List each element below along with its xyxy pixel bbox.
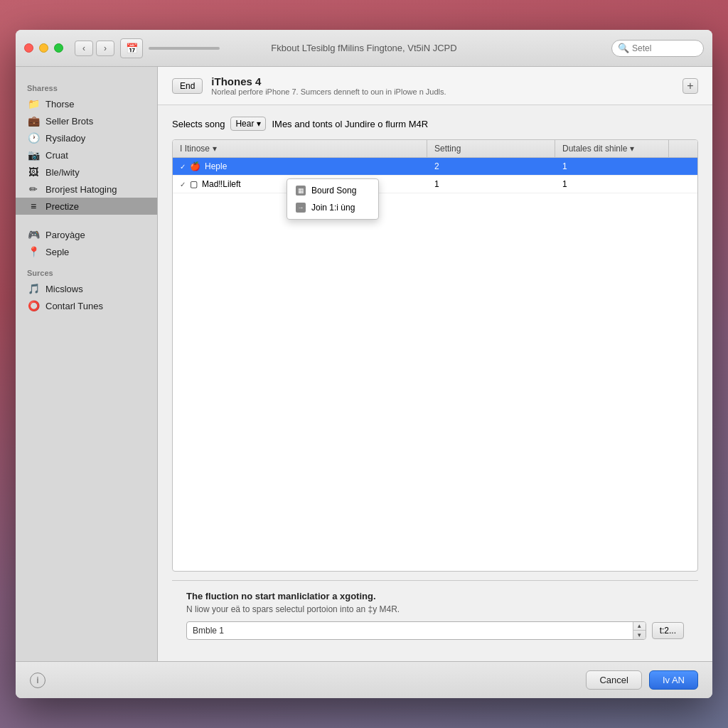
clock-icon: 🕐	[27, 132, 40, 144]
sidebar-item-label: Prectize	[46, 201, 79, 212]
sidebar-section-empty	[16, 220, 157, 226]
window-footer: i Cancel Iv AN	[16, 661, 712, 698]
context-menu-dropdown: ▦ Bourd Song → Join 1:i ùng	[287, 178, 379, 220]
sidebar-item-paroyage[interactable]: 🎮 Paroyàge	[16, 226, 157, 243]
back-button[interactable]: ‹	[75, 41, 93, 56]
table-header-itinose: I Itinose ▾	[173, 140, 427, 157]
selects-row: Selects song Hear ▾ IMes and tonts ol Ju…	[172, 117, 698, 131]
itinose-label: I Itinose	[180, 144, 210, 154]
slider-area	[149, 47, 220, 50]
table-cell-spacer	[669, 158, 697, 175]
sidebar-item-label: Micslows	[46, 284, 83, 294]
hear-label: Hear	[235, 119, 254, 129]
dropdown-item-join[interactable]: → Join 1:i ùng	[287, 199, 378, 216]
sidebar-item-label: Thorse	[46, 99, 74, 109]
sidebar-item-brorjest[interactable]: ✏ Brorjest Hatoging	[16, 181, 157, 198]
nav-buttons: ‹ ›	[75, 41, 114, 56]
sidebar-item-rysiladoy[interactable]: 🕐 Rysiladoy	[16, 129, 157, 146]
stepper-value: Bmble 1	[187, 623, 633, 638]
selects-label: Selects song	[172, 119, 225, 129]
sidebar-item-seller-brots[interactable]: 💼 Seller Brots	[16, 112, 157, 129]
eject-button[interactable]: End	[172, 78, 203, 94]
slider-track[interactable]	[149, 47, 220, 50]
sidebar-item-label: Contarl Tunes	[46, 301, 103, 311]
table-cell-spacer	[669, 176, 697, 193]
sidebar-item-label: Seller Brots	[46, 116, 93, 127]
search-input[interactable]	[632, 43, 697, 53]
forward-button[interactable]: ›	[96, 41, 114, 56]
dropdown-item-label: Bourd Song	[311, 186, 356, 196]
dropdown-arrow-icon: ▾	[257, 119, 261, 129]
sidebar-item-label: Brorjest Hatoging	[46, 184, 117, 195]
description-text: IMes and tonts ol Jundire o flurm M4R	[272, 119, 428, 129]
minimize-button[interactable]	[39, 43, 48, 53]
image-icon: 🖼	[27, 166, 40, 178]
arrow-icon: →	[296, 203, 306, 213]
ok-button[interactable]: Iv AN	[649, 670, 698, 690]
hear-dropdown[interactable]: Hear ▾	[230, 117, 266, 131]
table-header: I Itinose ▾ Setting Dutales dit shinle ▾	[173, 140, 697, 158]
sidebar-item-prectize[interactable]: ≡ Prectize	[16, 198, 157, 215]
sidebar-section-surces: Surces	[16, 266, 157, 280]
sidebar-item-contarl-tunes[interactable]: ⭕ Contarl Tunes	[16, 297, 157, 314]
sidebar-item-label: Paroyàge	[46, 230, 85, 240]
list-icon: ≡	[27, 200, 40, 212]
gamepad-icon: 🎮	[27, 229, 40, 240]
bottom-section: The fluction no start manliclatior a xgo…	[172, 580, 698, 650]
sidebar-item-cruat[interactable]: 📷 Cruat	[16, 146, 157, 164]
footer-actions: Cancel Iv AN	[586, 670, 698, 690]
device-header: End iThones 4 Norleal perfore iPhone 7. …	[158, 67, 712, 105]
circle-icon: ⭕	[27, 300, 40, 311]
pin-icon: 📍	[27, 246, 40, 257]
table-cell-count: 1	[555, 158, 669, 175]
dropdown-item-bourd-song[interactable]: ▦ Bourd Song	[287, 182, 378, 199]
sidebar-item-label: Rysiladoy	[46, 133, 85, 144]
sidebar-item-blelwity[interactable]: 🖼 Ble/lwity	[16, 164, 157, 181]
setting-label: Setting	[434, 144, 461, 154]
table-cell-setting: 2	[427, 158, 555, 175]
table-container: I Itinose ▾ Setting Dutales dit shinle ▾	[172, 139, 698, 572]
table-cell-name: ✓ 🍎 Heple	[173, 158, 427, 175]
apple-logo-icon: 🍎	[190, 161, 200, 171]
stepper-down-button[interactable]: ▼	[633, 631, 646, 639]
stepper-input[interactable]: Bmble 1 ▲ ▼	[186, 621, 646, 640]
bottom-description: N liow your eä to spars selectul portoio…	[186, 604, 684, 614]
table-body: ✓ 🍎 Heple 2 1 ✓ ▢	[173, 158, 697, 193]
table-header-dutales: Dutales dit shinle ▾	[555, 140, 669, 157]
sort-icon: ▾	[630, 144, 634, 154]
table-row[interactable]: ✓ ▢ Mad‼Lileft 1 1	[173, 176, 697, 193]
device-info: iThones 4 Norleal perfore iPhone 7. Sumc…	[211, 75, 446, 96]
table-row[interactable]: ✓ 🍎 Heple 2 1	[173, 158, 697, 176]
row-name: Heple	[205, 161, 227, 171]
content-area: Selects song Hear ▾ IMes and tonts ol Ju…	[158, 105, 712, 661]
checkmark-icon: ✓	[180, 163, 186, 171]
sidebar-item-thorse[interactable]: 📁 Thorse	[16, 95, 157, 112]
pencil-icon: ✏	[27, 183, 40, 195]
sidebar-item-micslows[interactable]: 🎵 Micslows	[16, 280, 157, 297]
music-icon: 🎵	[27, 283, 40, 294]
dutales-label: Dutales dit shinle	[562, 144, 627, 154]
close-button[interactable]	[24, 43, 33, 53]
sidebar-item-label: Seple	[46, 247, 69, 257]
extra-button[interactable]: t:2...	[652, 622, 684, 639]
search-bar[interactable]: 🔍	[611, 40, 704, 57]
sidebar-item-label: Ble/lwity	[46, 167, 80, 178]
stepper-up-button[interactable]: ▲	[633, 622, 646, 631]
folder-icon: 📁	[27, 98, 40, 109]
title-bar: ‹ › 📅 Fkbout LTesiblg fMilins Fingtone, …	[16, 30, 712, 67]
add-button[interactable]: +	[682, 78, 698, 94]
sidebar-section-sharess: Sharess	[16, 81, 157, 95]
traffic-lights	[24, 43, 63, 53]
calendar-icon[interactable]: 📅	[120, 38, 143, 58]
cancel-button[interactable]: Cancel	[586, 670, 641, 690]
maximize-button[interactable]	[54, 43, 63, 53]
table-header-setting: Setting	[427, 140, 555, 157]
table-cell-count: 1	[555, 176, 669, 193]
sidebar-item-seple[interactable]: 📍 Seple	[16, 243, 157, 260]
checkmark-icon: ✓	[180, 181, 186, 188]
dropdown-chevron-icon: ▾	[213, 144, 217, 154]
sidebar: Sharess 📁 Thorse 💼 Seller Brots 🕐 Rysila…	[16, 67, 158, 661]
info-button[interactable]: i	[30, 673, 46, 688]
device-description: Norleal perfore iPhone 7. Sumcers dennef…	[211, 87, 446, 96]
search-icon: 🔍	[618, 43, 629, 53]
